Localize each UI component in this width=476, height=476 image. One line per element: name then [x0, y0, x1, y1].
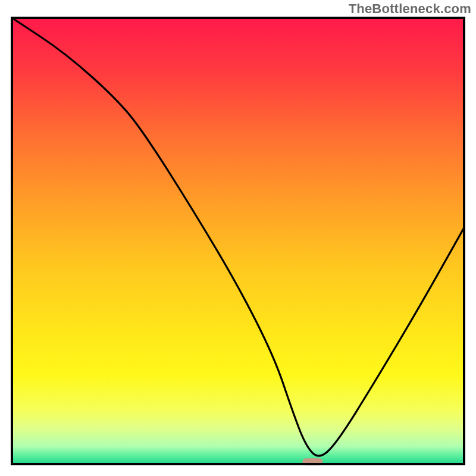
bottleneck-chart-svg — [0, 0, 476, 476]
watermark-text: TheBottleneck.com — [349, 1, 471, 17]
plot-area — [12, 18, 464, 465]
gradient-background — [12, 18, 464, 464]
